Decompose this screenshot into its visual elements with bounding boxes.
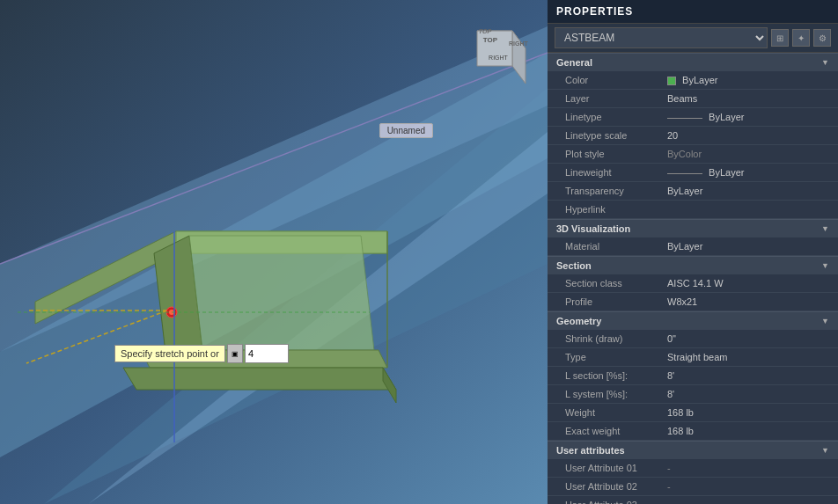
prop-material-label: Material [548,239,662,253]
prop-plot-style: Plot style ByColor [548,145,838,164]
properties-content: General ▼ Color ByLayer Layer Beams Line… [548,53,838,504]
astbeam-row: ASTBEAM ⊞ ✦ ⚙ [548,24,838,53]
astbeam-icon-1[interactable]: ⊞ [771,29,789,47]
prop-ua2-value[interactable]: - [662,479,838,493]
prop-shrink: Shrink (draw) 0" [548,330,838,348]
lineweight-indicator [667,173,702,174]
prop-material: Material ByLayer [548,237,838,256]
prop-ltscale-value[interactable]: 20 [662,128,838,142]
geometry-arrow: ▼ [821,317,829,325]
astbeam-icon-2[interactable]: ✦ [792,29,810,47]
general-label: General [556,57,592,68]
prop-profile-label: Profile [548,295,662,309]
stretch-text: Specify stretch point or [121,348,219,359]
unnamed-label: Unnamed [387,126,425,135]
prop-lineweight-value[interactable]: ByLayer [662,165,838,179]
astbeam-icon-3[interactable]: ⚙ [813,29,831,47]
stretch-input[interactable] [245,344,289,363]
prop-shrink-value[interactable]: 0" [662,332,838,346]
prop-ua1-label: User Attribute 01 [548,461,662,475]
prop-linetype-value[interactable]: ByLayer [662,110,838,124]
section-label: Section [556,260,592,271]
ibeam-drawing [18,143,519,451]
linetype-indicator [667,118,702,119]
prop-shrink-label: Shrink (draw) [548,332,662,346]
unnamed-button[interactable]: Unnamed [379,123,433,138]
prop-type-value[interactable]: Straight beam [662,350,838,364]
prop-ua2-label: User Attribute 02 [548,479,662,493]
prop-plotstyle-value[interactable]: ByColor [662,147,838,161]
stretch-dialog: Specify stretch point or ▣ [114,344,289,363]
prop-weight-value[interactable]: 168 lb [662,405,838,420]
prop-l-section: L section [%s]: 8' [548,367,838,385]
userattrs-arrow: ▼ [821,446,829,455]
prop-hyperlink-value[interactable] [662,208,838,211]
viz3d-label: 3D Visualization [556,223,630,234]
svg-marker-7 [512,31,526,84]
prop-plotstyle-label: Plot style [548,147,662,161]
svg-marker-14 [189,236,374,350]
stretch-icon: ▣ [227,344,243,363]
prop-weight-label: Weight [548,405,662,420]
panel-title: PROPERTIES [556,5,633,18]
section-geometry[interactable]: Geometry ▼ [548,311,838,330]
prop-linetype-label: Linetype [548,110,662,124]
prop-ua1: User Attribute 01 - [548,459,838,478]
prop-lineweight: Lineweight ByLayer [548,164,838,182]
prop-profile-value[interactable]: W8x21 [662,295,838,309]
panel-header: PROPERTIES [548,0,838,24]
prop-hyperlink-label: Hyperlink [548,202,662,216]
section-user-attrs[interactable]: User attributes ▼ [548,441,838,459]
viz3d-arrow: ▼ [821,224,829,233]
section-arrow: ▼ [821,261,829,270]
prop-ua2: User Attribute 02 - [548,478,838,496]
prop-material-value[interactable]: ByLayer [662,239,838,253]
prop-lineweight-label: Lineweight [548,165,662,179]
prop-lsystem-label: L system [%s]: [548,387,662,401]
section-general[interactable]: General ▼ [548,53,838,71]
prop-ua1-value[interactable]: - [662,461,838,475]
prop-color: Color ByLayer [548,71,838,90]
prop-transparency-value[interactable]: ByLayer [662,184,838,198]
prop-color-label: Color [548,73,662,87]
prop-lsystem-value[interactable]: 8' [662,387,838,401]
stretch-label: Specify stretch point or [114,345,225,362]
prop-exactweight-value[interactable]: 168 lb [662,424,838,438]
prop-sclass-value[interactable]: AISC 14.1 W [662,276,838,290]
prop-linetype-scale: Linetype scale 20 [548,127,838,145]
cube-right-label: RIGHT [509,40,528,47]
prop-lsection-value[interactable]: 8' [662,369,838,383]
svg-marker-16 [123,368,396,390]
svg-text:RIGHT: RIGHT [489,55,509,61]
prop-section-class: Section class AISC 14.1 W [548,274,838,293]
prop-ua3: User Attribute 03 - [548,496,838,504]
prop-layer-label: Layer [548,91,662,106]
svg-text:TOP: TOP [483,36,498,44]
prop-exactweight-label: Exact weight [548,424,662,438]
prop-color-value[interactable]: ByLayer [662,73,838,87]
prop-ua3-value[interactable]: - [662,498,838,504]
prop-linetype: Linetype ByLayer [548,108,838,127]
nav-cube[interactable]: TOP RIGHT TOP RIGHT [451,26,521,97]
prop-hyperlink: Hyperlink [548,201,838,219]
prop-profile: Profile W8x21 [548,293,838,311]
color-swatch [667,77,676,85]
astbeam-select[interactable]: ASTBEAM [555,27,768,48]
prop-sclass-label: Section class [548,276,662,290]
geometry-label: Geometry [556,316,601,326]
prop-type-label: Type [548,350,662,364]
prop-weight: Weight 168 lb [548,404,838,422]
prop-transparency-label: Transparency [548,184,662,198]
section-section[interactable]: Section ▼ [548,256,838,274]
prop-lsection-label: L section [%s]: [548,369,662,383]
section-3d-viz[interactable]: 3D Visualization ▼ [548,219,838,237]
prop-ltscale-label: Linetype scale [548,128,662,142]
prop-ua3-label: User Attribute 03 [548,498,662,504]
prop-layer: Layer Beams [548,90,838,108]
prop-l-system: L system [%s]: 8' [548,385,838,404]
viewport[interactable]: – □ × [0,0,548,504]
cube-top-label: TOP [478,28,492,34]
userattrs-label: User attributes [556,445,625,456]
properties-panel: PROPERTIES ASTBEAM ⊞ ✦ ⚙ General ▼ Color… [548,0,838,504]
prop-layer-value[interactable]: Beams [662,91,838,106]
